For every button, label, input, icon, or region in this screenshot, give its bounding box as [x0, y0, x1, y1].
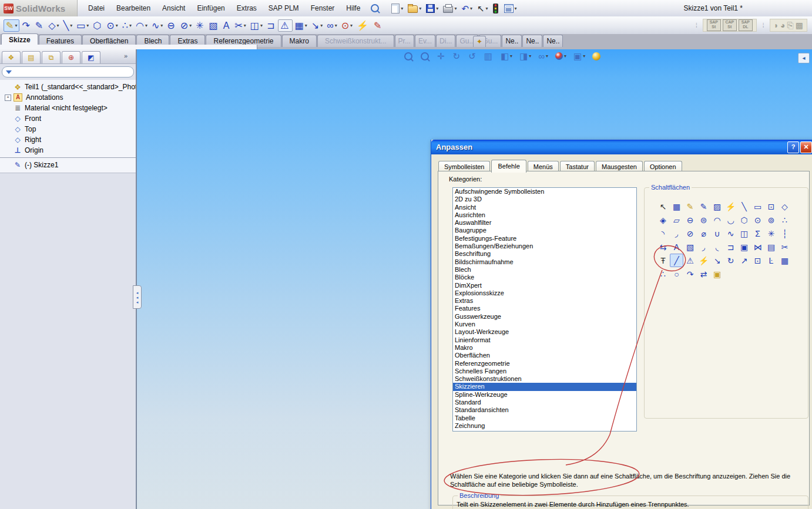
centerpoint-arc-icon[interactable]: ◝: [656, 227, 670, 240]
category-item[interactable]: Blech: [453, 266, 636, 274]
category-item[interactable]: Features: [453, 305, 636, 312]
dropdown-caret-icon[interactable]: ▾: [320, 23, 323, 28]
categories-listbox[interactable]: Aufschwingende Symbolleisten2D zu 3DAnsi…: [452, 187, 637, 432]
toolbar-drag-handle[interactable]: ⁞: [696, 22, 697, 29]
category-item[interactable]: Aufschwingende Symbolleisten: [453, 188, 636, 195]
centerline-icon[interactable]: ┆: [778, 227, 791, 240]
dropdown-caret-icon[interactable]: ▾: [546, 53, 548, 59]
tangent-arc-icon[interactable]: ◞: [670, 227, 683, 240]
export-document-icon[interactable]: ⎘: [787, 21, 794, 31]
zoom-area-icon[interactable]: [419, 51, 432, 62]
trim-entities-button[interactable]: ✂ ▾: [233, 20, 247, 31]
tree-item-part[interactable]: ❖ Teil1 (_standard<<_standard>_PhotoWor: [0, 82, 136, 92]
line-button[interactable]: ╲ ▾: [62, 20, 75, 31]
dtab-befehle[interactable]: Befehle: [491, 160, 526, 173]
tree-item-origin[interactable]: ⊥ Origin: [0, 145, 136, 156]
new-document-button[interactable]: ▾: [390, 2, 405, 15]
category-item[interactable]: Linienformat: [453, 336, 636, 344]
rebuild-button[interactable]: [491, 2, 501, 15]
zoom-fit-icon[interactable]: [402, 51, 415, 62]
category-item[interactable]: DimXpert: [453, 282, 636, 289]
scale-entities-icon[interactable]: ⊡: [751, 254, 764, 267]
category-item[interactable]: Schweißkonstruktionen: [453, 375, 636, 383]
print-button[interactable]: ▾: [441, 3, 458, 14]
tab-pr[interactable]: Pr...: [395, 35, 414, 47]
category-item[interactable]: Blöcke: [453, 274, 636, 281]
cap-st-button[interactable]: CAPSt: [723, 19, 737, 31]
menu-item[interactable]: SAP PLM: [263, 1, 305, 15]
dropdown-caret-icon[interactable]: ▾: [145, 23, 147, 28]
menu-item[interactable]: Bearbeiten: [110, 1, 156, 15]
corner-rectangle-icon[interactable]: ▭: [751, 200, 764, 213]
sketch-alert-button[interactable]: ⚠: [278, 19, 292, 32]
menu-item[interactable]: Einfügen: [191, 1, 230, 15]
dropdown-caret-icon[interactable]: ▾: [510, 53, 512, 59]
ellipse-button[interactable]: ⊘ ▾: [179, 20, 193, 31]
category-item[interactable]: Bemaßungen/Beziehungen: [453, 242, 636, 250]
tab-ne2[interactable]: Ne..: [522, 35, 542, 47]
convert-entities-button[interactable]: ◫ ▾: [249, 20, 264, 31]
dynamic-mirror-icon[interactable]: ▤: [764, 240, 778, 254]
ellipse-icon[interactable]: ⊘: [683, 227, 697, 240]
taskpane-toggle-icon[interactable]: ◂: [798, 53, 810, 63]
category-item[interactable]: Standard: [453, 399, 636, 406]
3d-sketch-button[interactable]: ✎: [33, 20, 46, 31]
dropdown-caret-icon[interactable]: ▾: [583, 53, 585, 59]
linear-pattern-icon[interactable]: ▦: [778, 254, 791, 267]
category-item[interactable]: Skizzieren: [453, 383, 636, 390]
category-item[interactable]: Explosionsskizze: [453, 289, 636, 297]
grid-icon[interactable]: ▦: [670, 200, 683, 213]
lasso-icon[interactable]: ○: [670, 267, 683, 281]
menu-item[interactable]: Fenster: [305, 1, 341, 15]
dropdown-caret-icon[interactable]: ▾: [419, 6, 421, 11]
tangent-arc-button[interactable]: ◠ ▾: [134, 20, 149, 31]
center-rectangle-icon[interactable]: ⊡: [764, 200, 778, 213]
dropdown-caret-icon[interactable]: ▾: [436, 6, 438, 11]
close-button[interactable]: ✕: [800, 141, 812, 153]
sketch-fillet-icon[interactable]: ◞: [697, 240, 710, 254]
panel-expand-chevron[interactable]: »: [124, 52, 127, 59]
category-item[interactable]: Extras: [453, 297, 636, 305]
sap-dl-button[interactable]: SAPDL: [739, 19, 753, 31]
spline-box-icon[interactable]: ◫: [737, 227, 751, 240]
circle-button[interactable]: ⊙ ▾: [105, 20, 119, 31]
split-entities-icon[interactable]: ╱: [670, 254, 683, 267]
category-item[interactable]: Zeichnung: [453, 422, 636, 430]
move-entities-icon[interactable]: ↘: [710, 254, 724, 267]
help-button[interactable]: ?: [787, 141, 799, 153]
dropdown-caret-icon[interactable]: ▾: [515, 6, 517, 11]
tree-item-front-plane[interactable]: ◇ Front: [0, 113, 136, 124]
category-item[interactable]: Beschriftung: [453, 250, 636, 258]
sap-st-button[interactable]: SAPSt: [707, 19, 721, 31]
tab-schweisskonstrukt[interactable]: Schweißkonstrukt...: [317, 35, 394, 47]
move-entities-button[interactable]: ↘ ▾: [310, 20, 324, 31]
appearances-icon[interactable]: ▾: [553, 51, 568, 61]
point-button[interactable]: ✳: [194, 20, 206, 31]
category-item[interactable]: Auswahlfilter: [453, 219, 636, 227]
menu-item[interactable]: Ansicht: [156, 1, 191, 15]
polygon-icon[interactable]: ⬡: [737, 213, 751, 227]
display-relations-button[interactable]: ∞ ▾: [325, 20, 338, 31]
menu-item[interactable]: Hilfe: [340, 1, 366, 15]
panel-splitter-handle[interactable]: ◂ ◂ ◂: [133, 285, 142, 309]
category-item[interactable]: Referenzgeometrie: [453, 360, 636, 368]
tab-ne1[interactable]: Ne..: [502, 35, 522, 47]
category-item[interactable]: Oberflächen: [453, 352, 636, 359]
displaymanager-tab[interactable]: ◩: [82, 51, 100, 63]
hide-show-items-icon[interactable]: ∞ ▾: [536, 50, 550, 62]
stretch-icon[interactable]: ⇄: [697, 267, 710, 281]
dropdown-caret-icon[interactable]: ▾: [335, 23, 337, 28]
rotate-entities-icon[interactable]: ↻: [724, 254, 737, 267]
category-item[interactable]: Spline-Werkzeuge: [453, 391, 636, 399]
offset-entities-button[interactable]: ⊐: [265, 20, 277, 31]
dropdown-caret-icon[interactable]: ▾: [260, 23, 263, 28]
partial-ellipse-icon[interactable]: ⌀: [697, 227, 710, 240]
rapid-sketch-button[interactable]: ⚡: [355, 20, 371, 31]
3point-corner-rectangle-icon[interactable]: ◇: [778, 200, 791, 213]
dropdown-caret-icon[interactable]: ▾: [116, 23, 118, 28]
selection-box-button[interactable]: ▧: [207, 20, 221, 31]
edrawings-publish-icon[interactable]: ◕: [780, 21, 785, 30]
offset-entities-icon[interactable]: ⊐: [724, 240, 737, 254]
dialog-titlebar[interactable]: Anpassen ? ✕: [431, 140, 812, 154]
points-pattern-button[interactable]: ∴ ▾: [120, 20, 133, 31]
